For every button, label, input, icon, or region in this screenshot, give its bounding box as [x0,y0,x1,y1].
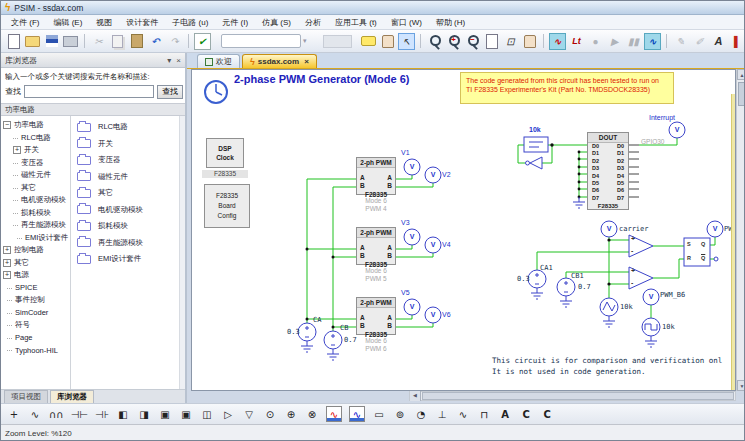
menu-edit[interactable]: 编辑 (E) [53,17,82,28]
run-icon[interactable]: ▶ [606,33,623,50]
voltage-probe[interactable]: V [707,225,723,232]
tree-typhoon-hil[interactable]: Typhoon-HIL [1,344,70,357]
folder-switches[interactable]: 开关 [77,136,179,153]
tree-expander-icon[interactable] [7,288,12,289]
current-source-icon[interactable]: ⊚ [393,406,407,422]
scope-2-icon[interactable]: ∿ [349,406,365,422]
tree-simcoder[interactable]: SimCoder [1,307,70,320]
folder-magnetic[interactable]: 磁性元件 [77,169,179,186]
voltage-probe[interactable]: V [601,225,617,232]
zoom-area-icon[interactable]: ⊡ [502,33,519,50]
transformer-2-icon[interactable]: ▣ [179,406,193,422]
tree-expander-icon[interactable] [13,175,18,176]
sine-source-icon[interactable]: ∿ [456,406,470,422]
tree-emi[interactable]: EMI设计套件 [1,232,70,245]
simview-icon[interactable]: Lt [568,33,585,50]
tree-expander-icon[interactable] [7,338,12,339]
open-file-icon[interactable] [24,33,41,50]
tab-library-browser[interactable]: 库浏览器 [50,390,94,403]
undo-icon[interactable]: ↶ [147,33,164,50]
coupled-inductor-icon[interactable]: ◫ [200,406,214,422]
menu-file[interactable]: 文件 (F) [11,17,39,28]
copy-icon[interactable] [109,33,126,50]
tree-magnetic[interactable]: 磁性元件 [1,169,70,182]
scope-view-icon[interactable]: ∿ [644,33,661,50]
folder-emi[interactable]: EMI设计套件 [77,251,179,268]
new-file-icon[interactable] [5,33,22,50]
scope-icon[interactable]: ∿ [326,406,342,422]
separator[interactable] [666,34,667,48]
tree-expander-icon[interactable] [13,163,18,164]
menu-analysis[interactable]: 分析 [305,17,321,28]
voltage-probe[interactable]: V [404,233,420,240]
zoom-fit-icon[interactable] [483,33,500,50]
tree-expander-icon[interactable] [13,138,18,139]
voltage-probe-icon[interactable]: ⊙ [263,406,277,422]
separator[interactable] [543,34,544,48]
voltage-probe[interactable]: V [425,311,441,318]
tree-expander-icon[interactable] [13,188,18,189]
folder-other[interactable]: 其它 [77,185,179,202]
panel-close-icon[interactable]: × [176,56,181,65]
horizontal-scrollbar[interactable]: ◀ [409,391,736,401]
capacitor-polar-icon[interactable]: ⊣⊦ [95,406,109,422]
label-a-icon[interactable]: A [498,406,512,422]
tree-expander-icon[interactable] [7,350,12,351]
tree-expander-icon[interactable]: + [3,246,11,254]
folder-thermal[interactable]: 损耗模块 [77,218,179,235]
vertical-scroll-thumb[interactable] [738,82,745,106]
igbt-icon[interactable]: ◨ [137,406,151,422]
redo-icon[interactable]: ↷ [166,33,183,50]
square-source-icon[interactable]: ⊓ [477,406,491,422]
transformer-icon[interactable]: ▣ [158,406,172,422]
tree-rlc[interactable]: RLC电路 [1,132,70,145]
opamp-icon[interactable]: ▷ [221,406,235,422]
vertical-scrollbar[interactable]: ▲ ▼ [736,69,745,391]
voltage-probe[interactable]: V [404,303,420,310]
resistor-icon[interactable]: ∿ [28,406,42,422]
tree-control[interactable]: + 控制电路 [1,244,70,257]
capacitor-icon[interactable]: ⊣⊢ [71,406,88,422]
menu-utilities[interactable]: 应用工具 (t) [335,17,377,28]
tree-sources[interactable]: + 电源 [1,269,70,282]
check-netlist-icon[interactable]: ✔ [194,33,211,50]
pan-page-icon[interactable] [521,33,538,50]
pause-icon[interactable]: ▮▮ [625,33,642,50]
dout-block[interactable]: DOUT D0D1D2D3D4D5D6D7 D0D1D2D3D4D5D6D7 F… [587,132,629,210]
resistor-box-icon[interactable]: ▭ [372,406,386,422]
tab-project-view[interactable]: 项目视图 [4,390,48,403]
tree-expander-icon[interactable] [13,225,18,226]
panel-collapse-icon[interactable]: ▾ [167,56,171,65]
run-simulation-icon[interactable]: ∿ [549,33,566,50]
menu-view[interactable]: 视图 [96,17,112,28]
tree-expander-icon[interactable]: + [3,271,11,279]
menu-elements[interactable]: 元件 (I) [222,17,248,28]
tree-motor-drive[interactable]: 电机驱动模块 [1,194,70,207]
pwm-block-2[interactable]: 2-ph PWM AA BB F28335 [356,227,396,265]
select-cursor-icon[interactable]: ↖ [398,33,415,50]
separator[interactable] [420,34,421,48]
tree-event-control[interactable]: 事件控制 [1,294,70,307]
tree-spice[interactable]: SPICE [1,282,70,295]
tree-other-2[interactable]: + 其它 [1,257,70,270]
separator[interactable] [188,34,189,48]
opamp-2-icon[interactable]: ▽ [242,406,256,422]
tree-symbols[interactable]: 符号 [1,319,70,332]
tree-page[interactable]: Page [1,332,70,345]
tree-expander-icon[interactable]: + [3,259,11,267]
dsp-clock-block[interactable]: DSP Clock [206,138,244,168]
folder-renewable[interactable]: 再生能源模块 [77,235,179,252]
menu-help[interactable]: 帮助 (H) [436,17,465,28]
mosfet-icon[interactable]: ◧ [116,406,130,422]
zoom-out-icon[interactable]: − [464,33,481,50]
tree-switches[interactable]: + 开关 [1,144,70,157]
ground-icon[interactable]: ⊥ [435,406,449,422]
schematic-canvas[interactable]: 2-phase PWM Generator (Mode 6) The code … [191,69,736,391]
tab-welcome[interactable]: 欢迎 [197,54,240,68]
menu-subcircuit[interactable]: 子电路 (u) [172,17,208,28]
print-icon[interactable] [62,33,79,50]
voltage-probe[interactable]: V [425,241,441,248]
combo-dropdown-icon[interactable]: ▾ [303,37,307,45]
tree-thermal[interactable]: 损耗模块 [1,207,70,220]
zoom-in-icon[interactable]: + [445,33,462,50]
